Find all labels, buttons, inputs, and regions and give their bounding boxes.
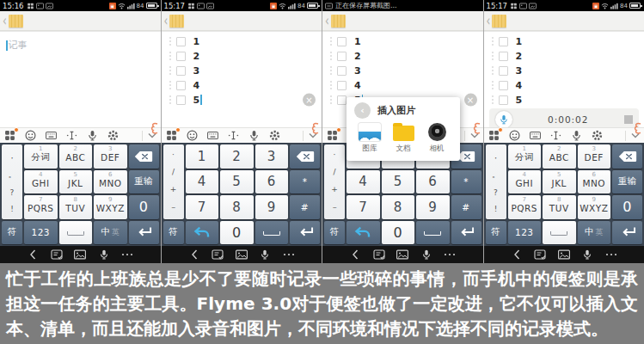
checklist-item[interactable]: 4 [169,79,322,91]
checkbox[interactable] [337,37,347,46]
record-voice-icon[interactable] [259,249,271,260]
key-undo[interactable] [186,221,219,245]
key-1[interactable]: 1 [186,144,219,169]
checklist-note-icon[interactable] [373,249,385,260]
drag-handle-icon[interactable] [492,95,494,104]
key-*[interactable]: * [290,170,320,194]
more-icon[interactable] [444,249,456,260]
key-中[interactable]: 中英 [578,221,611,245]
record-voice-icon[interactable] [98,249,110,260]
key-3[interactable]: 3 [255,144,289,169]
key-#[interactable]: # [451,195,481,219]
key-4[interactable]: 4 [347,170,380,194]
checklist-note-icon[interactable] [212,249,224,260]
key-PQRS[interactable]: 7PQRS [24,195,58,219]
checklist-item[interactable]: 3 [492,64,644,77]
checklist-item[interactable]: 1 [169,35,322,47]
checkbox[interactable] [337,66,347,76]
key-#[interactable]: # [290,195,320,219]
text-cursor-icon[interactable] [228,130,239,141]
input-method-icon[interactable] [327,130,338,141]
key-0[interactable]: 0 [220,221,254,245]
settings-gear-icon[interactable] [107,130,119,141]
checkbox[interactable] [337,52,347,61]
drag-handle-icon[interactable] [169,66,171,75]
key-符[interactable]: 符 [2,221,22,245]
symbol-column-key[interactable]: ，。?! [2,144,22,219]
key-MNO[interactable]: 6MNO [578,170,611,194]
key-GHI[interactable]: 4GHI [508,170,542,194]
back-icon[interactable] [188,249,200,260]
checkbox[interactable] [176,81,186,90]
more-icon[interactable] [283,249,295,260]
checklist-item[interactable]: 4 [492,79,644,91]
text-cursor-icon[interactable] [550,130,561,141]
checklist-item[interactable]: 1 [492,35,644,47]
stop-recording-button[interactable] [624,115,633,124]
key-符[interactable]: 符 [324,221,345,245]
checkbox[interactable] [176,52,186,61]
drag-handle-icon[interactable] [330,37,332,46]
key-7[interactable]: 7 [186,195,219,219]
key-*[interactable]: * [451,170,481,194]
key-JKL[interactable]: 5JKL [59,170,93,194]
key-123[interactable]: 123 [24,221,58,245]
back-chevron-icon[interactable]: ‹ [487,14,491,28]
back-icon[interactable] [27,249,39,260]
key-符[interactable]: 符 [163,221,184,245]
key-7[interactable]: 7 [347,195,380,219]
record-voice-icon[interactable] [420,249,432,260]
note-content[interactable]: 12345× [162,31,322,127]
back-icon[interactable] [349,249,361,260]
insert-image-icon[interactable] [558,249,570,260]
popup-back-icon[interactable]: ‹ [354,102,371,119]
checkbox[interactable] [176,37,186,46]
key-GHI[interactable]: 4GHI [24,170,58,194]
key-6[interactable]: 6 [416,170,450,194]
sticky-note-icon[interactable] [169,15,184,28]
key-space[interactable] [59,221,93,245]
key-重输[interactable]: 重输 [612,170,642,194]
checklist-item[interactable]: 3 [330,64,483,77]
settings-gear-icon[interactable] [592,130,603,141]
key-PQRS[interactable]: 7PQRS [508,195,542,219]
back-chevron-icon[interactable]: ‹ [164,14,169,28]
checkbox[interactable] [176,95,186,105]
back-icon[interactable] [511,249,523,260]
more-icon[interactable] [121,249,133,260]
key-space[interactable] [255,221,289,245]
checklist-item[interactable]: 5× [169,94,322,106]
key-DEF[interactable]: 3DEF [94,144,127,169]
key-123[interactable]: 123 [508,221,542,245]
key-enter[interactable] [290,221,320,245]
key-0[interactable]: 0 [612,195,642,219]
keyboard-icon[interactable] [530,130,541,141]
drag-handle-icon[interactable] [330,52,332,60]
key-space[interactable] [416,221,450,245]
sticky-note-icon[interactable] [9,15,23,28]
key-0[interactable]: 0 [382,221,415,245]
key-0[interactable]: 0 [129,195,159,219]
sticky-note-icon[interactable] [492,15,506,28]
keyboard-icon[interactable] [207,130,218,141]
key-8[interactable]: 8 [382,195,415,219]
drag-handle-icon[interactable] [169,81,171,89]
record-voice-icon[interactable] [581,249,593,260]
checkbox[interactable] [499,95,508,105]
popup-option-documents[interactable]: 文档 [389,123,417,154]
key-6[interactable]: 6 [255,170,289,194]
popup-option-camera[interactable]: 相机 [423,123,451,154]
input-method-icon[interactable] [488,130,500,141]
key-DEF[interactable]: 3DEF [578,144,611,169]
key-5[interactable]: 5 [220,170,254,194]
symbol-column-key[interactable]: ·/+－ [163,144,184,219]
symbol-column-key[interactable]: ，。?! [486,144,506,219]
checkbox[interactable] [499,52,508,61]
key-分词[interactable]: 1分词 [24,144,58,169]
input-method-icon[interactable] [4,130,15,141]
key-backspace[interactable] [290,144,320,169]
checklist-item[interactable]: 4 [330,79,483,91]
checklist-note-icon[interactable] [51,249,63,260]
emoji-icon[interactable] [509,130,520,141]
back-chevron-icon[interactable]: ‹ [325,14,329,28]
